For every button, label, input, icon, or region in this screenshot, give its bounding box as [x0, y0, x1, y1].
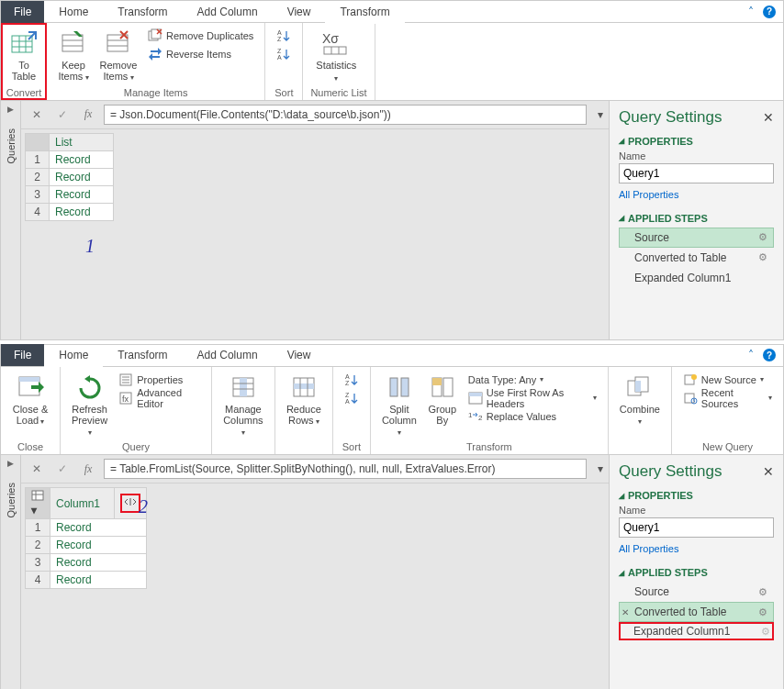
- grid-cell[interactable]: Record: [50, 185, 114, 203]
- advanced-editor-button[interactable]: fxAdvanced Editor: [115, 389, 204, 407]
- grid-cell[interactable]: Record: [50, 537, 147, 554]
- column-header[interactable]: Column1: [50, 488, 115, 519]
- new-source-button[interactable]: New Source: [679, 371, 776, 389]
- close-settings-button[interactable]: ✕: [763, 464, 774, 479]
- remove-items-button[interactable]: Remove Items: [96, 27, 140, 84]
- manage-columns-button[interactable]: Manage Columns: [219, 371, 267, 440]
- gear-icon[interactable]: ⚙: [758, 231, 767, 243]
- remove-duplicates-button[interactable]: Remove Duplicates: [144, 27, 257, 45]
- help-icon[interactable]: ?: [763, 6, 776, 18]
- grid-cell[interactable]: Record: [50, 150, 114, 168]
- tab-transform[interactable]: Transform: [103, 1, 182, 23]
- data-grid[interactable]: List 1Record 2Record 3Record 4Record: [25, 133, 114, 221]
- group-by-button[interactable]: Group By: [424, 371, 461, 428]
- row-header[interactable]: 3: [26, 185, 50, 203]
- properties-header[interactable]: PROPERTIES: [619, 136, 774, 147]
- applied-steps-header[interactable]: APPLIED STEPS: [619, 213, 774, 224]
- split-column-button[interactable]: Split Column: [378, 371, 420, 440]
- query-name-input[interactable]: [619, 517, 774, 538]
- applied-steps-header[interactable]: APPLIED STEPS: [619, 567, 774, 578]
- grid-cell[interactable]: Record: [50, 168, 114, 185]
- formula-input[interactable]: = Table.FromList(Source, Splitter.SplitB…: [104, 459, 587, 479]
- row-header[interactable]: 2: [26, 537, 50, 554]
- ribbon-collapse-icon[interactable]: ˄: [748, 349, 754, 361]
- gear-icon[interactable]: ⚙: [758, 606, 767, 618]
- fx-icon[interactable]: fx: [78, 459, 98, 479]
- tab-view[interactable]: View: [273, 1, 326, 23]
- row-header[interactable]: 4: [26, 203, 50, 220]
- close-load-button[interactable]: Close & Load: [8, 371, 52, 428]
- grid-cell[interactable]: Record: [50, 554, 147, 572]
- sort-desc-button[interactable]: ZA: [273, 45, 295, 63]
- formula-cancel-button[interactable]: ✕: [27, 105, 47, 125]
- row-header[interactable]: 1: [26, 519, 50, 537]
- tab-add-column[interactable]: Add Column: [183, 1, 273, 23]
- grid-corner[interactable]: [26, 133, 50, 150]
- query-settings-title: Query Settings: [619, 108, 722, 127]
- tab-transform-active[interactable]: Transform: [325, 2, 404, 24]
- all-properties-link[interactable]: All Properties: [619, 189, 774, 200]
- svg-rect-34: [240, 378, 247, 396]
- delete-step-icon[interactable]: ✕: [622, 607, 629, 617]
- sort-asc-button[interactable]: AZ: [341, 371, 363, 389]
- statistics-button[interactable]: Χσ Statistics: [310, 27, 362, 85]
- step-expanded[interactable]: Expanded Column1: [619, 268, 774, 288]
- formula-dropdown[interactable]: ▾: [598, 108, 603, 121]
- close-settings-button[interactable]: ✕: [763, 110, 774, 125]
- formula-input[interactable]: = Json.Document(File.Contents("D:\data_s…: [104, 105, 587, 125]
- file-tab[interactable]: File: [1, 344, 44, 366]
- tab-view[interactable]: View: [273, 344, 326, 366]
- data-type-button[interactable]: Data Type: Any: [465, 371, 600, 389]
- row-header[interactable]: 2: [26, 168, 50, 185]
- grid-cell[interactable]: Record: [50, 572, 147, 589]
- sort-desc-button[interactable]: ZA: [341, 389, 363, 407]
- step-source[interactable]: Source⚙: [619, 228, 774, 248]
- gear-icon[interactable]: ⚙: [758, 586, 767, 598]
- step-converted[interactable]: Converted to Table⚙: [619, 248, 774, 268]
- row-header[interactable]: 3: [26, 554, 50, 572]
- properties-button[interactable]: Properties: [115, 371, 204, 389]
- tab-transform[interactable]: Transform: [103, 344, 182, 366]
- row-header[interactable]: 4: [26, 572, 50, 589]
- gear-icon[interactable]: ⚙: [758, 251, 767, 263]
- step-converted[interactable]: ✕Converted to Table⚙: [619, 602, 774, 622]
- column-header-list[interactable]: List: [50, 133, 114, 150]
- grid-corner[interactable]: ▾: [26, 488, 50, 519]
- recent-sources-button[interactable]: Recent Sources: [679, 389, 776, 407]
- ribbon-collapse-icon[interactable]: ˄: [748, 6, 754, 18]
- file-tab[interactable]: File: [1, 1, 44, 23]
- combine-button[interactable]: Combine: [616, 371, 664, 429]
- queries-rail[interactable]: ▶ Queries: [1, 455, 21, 689]
- tab-home[interactable]: Home: [44, 1, 103, 23]
- fx-icon[interactable]: fx: [78, 105, 98, 125]
- data-grid[interactable]: ▾ Column1 1Record 2Record 3Record 4Recor…: [25, 487, 147, 589]
- step-expanded[interactable]: Expanded Column1⚙: [619, 622, 774, 640]
- reduce-rows-button[interactable]: Reduce Rows: [283, 371, 325, 428]
- svg-rect-45: [390, 378, 398, 396]
- formula-accept-button[interactable]: ✓: [52, 459, 73, 479]
- grid-cell[interactable]: Record: [50, 203, 114, 220]
- first-row-headers-button[interactable]: Use First Row As Headers: [465, 389, 600, 407]
- formula-cancel-button[interactable]: ✕: [27, 459, 47, 479]
- keep-items-button[interactable]: Keep Items: [54, 27, 93, 84]
- reverse-items-button[interactable]: Reverse Items: [144, 45, 257, 63]
- replace-values-button[interactable]: 12Replace Values: [465, 407, 600, 426]
- query-name-input[interactable]: [619, 163, 774, 183]
- properties-header[interactable]: PROPERTIES: [619, 490, 774, 501]
- gear-icon[interactable]: ⚙: [761, 626, 770, 638]
- row-header[interactable]: 1: [26, 150, 50, 168]
- queries-rail[interactable]: ▶ Queries: [1, 101, 21, 339]
- refresh-preview-button[interactable]: Refresh Preview: [68, 371, 111, 440]
- grid-cell[interactable]: Record: [50, 519, 147, 537]
- tab-add-column[interactable]: Add Column: [183, 344, 273, 366]
- combine-icon: [625, 372, 655, 402]
- formula-accept-button[interactable]: ✓: [52, 105, 73, 125]
- step-source[interactable]: Source⚙: [619, 582, 774, 602]
- help-icon[interactable]: ?: [763, 349, 776, 361]
- all-properties-link[interactable]: All Properties: [619, 543, 774, 554]
- formula-dropdown[interactable]: ▾: [598, 462, 603, 475]
- refresh-icon: [75, 372, 105, 402]
- tab-home[interactable]: Home: [44, 345, 103, 367]
- to-table-button[interactable]: To Table: [5, 27, 43, 83]
- sort-asc-button[interactable]: AZ: [273, 27, 295, 45]
